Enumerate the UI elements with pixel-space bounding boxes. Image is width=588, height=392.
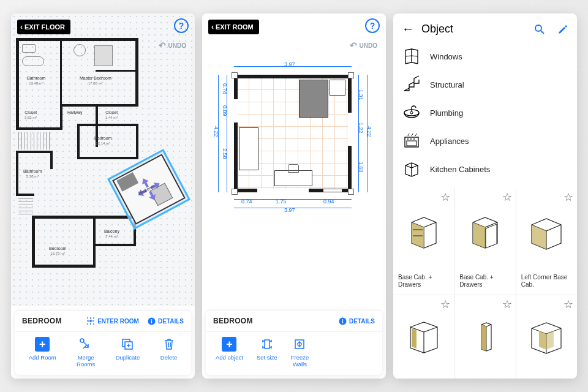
selected-room-name: BEDROOM — [213, 317, 253, 325]
stove-icon — [402, 131, 421, 151]
add-object-button[interactable]: + Add object — [216, 337, 243, 368]
svg-text:i: i — [151, 318, 153, 325]
favorite-icon[interactable]: ☆ — [502, 298, 512, 311]
exit-room-button[interactable]: ‹ EXIT ROOM — [208, 20, 259, 34]
chevron-left-icon: ‹ — [20, 23, 23, 31]
page-title: Object — [421, 23, 522, 36]
duplicate-button[interactable]: Duplicate — [116, 337, 140, 368]
delete-button[interactable]: Delete — [160, 337, 177, 368]
windows-icon — [402, 47, 421, 66]
svg-point-2 — [93, 317, 94, 318]
exit-room-label: EXIT ROOM — [216, 23, 254, 31]
merge-rooms-button[interactable]: Merge Rooms — [77, 337, 95, 368]
svg-text:i: i — [342, 318, 344, 325]
back-arrow-icon[interactable]: ← — [402, 22, 414, 36]
svg-point-14 — [535, 25, 541, 31]
svg-point-0 — [89, 320, 92, 322]
category-structural[interactable]: Structural — [402, 70, 568, 99]
sink-icon — [402, 103, 421, 123]
favorite-icon[interactable]: ☆ — [502, 190, 512, 204]
floor-bottom-panel: BEDROOM ENTER ROOM i DETAILS + — [15, 310, 191, 375]
room-viewport[interactable]: 3.97 0.74 0.89 2.58 4.22 1.31 1.22 1.68 … — [232, 72, 354, 195]
set-size-button[interactable]: Set size — [257, 337, 277, 368]
category-appliances[interactable]: Appliances — [402, 127, 568, 155]
category-cabinets[interactable]: Kitchen Cabinets — [402, 155, 568, 183]
svg-rect-18 — [407, 141, 417, 146]
details-button[interactable]: i DETAILS — [339, 317, 375, 325]
enter-room-button[interactable]: ENTER ROOM — [86, 317, 139, 325]
exit-floor-button[interactable]: ‹ EXIT FLOOR — [17, 20, 70, 34]
duplicate-icon — [120, 337, 135, 352]
object-card[interactable]: ☆ — [516, 295, 577, 379]
merge-icon — [78, 337, 93, 352]
floor-editor-screen: ‹ EXIT FLOOR ? UNDO — [11, 13, 195, 379]
cabinet-icon — [402, 159, 421, 179]
undo-label: UNDO — [168, 42, 186, 49]
object-header: ← Object — [393, 13, 577, 41]
enter-room-icon — [86, 317, 95, 325]
svg-point-16 — [410, 111, 413, 114]
category-windows[interactable]: Windows — [402, 42, 568, 70]
object-card[interactable]: ☆ Left Corner Base Cab. — [516, 188, 577, 295]
stairs-icon — [402, 75, 421, 94]
favorite-icon[interactable]: ☆ — [564, 298, 573, 311]
edit-icon[interactable] — [557, 24, 568, 35]
chevron-left-icon: ‹ — [211, 23, 214, 31]
room-bottom-panel: BEDROOM i DETAILS + Add object Set size — [206, 310, 382, 375]
svg-point-4 — [93, 323, 94, 325]
room-editor-screen: ‹ EXIT ROOM ? UNDO — [202, 13, 386, 379]
info-icon: i — [148, 317, 156, 325]
info-icon: i — [339, 317, 347, 325]
details-button[interactable]: i DETAILS — [148, 317, 184, 325]
favorite-icon[interactable]: ☆ — [564, 190, 573, 204]
undo-label: UNDO — [360, 42, 377, 49]
svg-point-19 — [407, 138, 409, 140]
plus-icon: + — [222, 337, 236, 352]
svg-rect-12 — [265, 340, 270, 349]
object-card[interactable]: ☆ — [454, 295, 515, 379]
help-icon[interactable]: ? — [365, 18, 380, 33]
undo-button[interactable]: UNDO — [159, 40, 186, 50]
room-canvas[interactable]: ‹ EXIT ROOM ? UNDO — [202, 13, 386, 306]
ruler-icon — [260, 337, 274, 352]
object-card[interactable]: ☆ — [393, 295, 454, 379]
trash-icon — [162, 337, 176, 352]
object-card[interactable]: ☆ Base Cab. + Drawers — [393, 188, 454, 295]
favorite-icon[interactable]: ☆ — [440, 190, 450, 204]
search-icon[interactable] — [534, 24, 545, 35]
add-room-button[interactable]: + Add Room — [29, 337, 56, 368]
freeze-icon — [292, 337, 307, 352]
floor-canvas[interactable]: ‹ EXIT FLOOR ? UNDO — [11, 13, 195, 306]
category-plumbing[interactable]: Plumbing — [402, 99, 568, 127]
svg-point-3 — [87, 323, 88, 325]
selected-room-name: BEDROOM — [22, 317, 62, 325]
category-list: Windows Structural Plumbing Appliances K… — [393, 41, 577, 188]
object-grid: ☆ Base Cab. + Drawers ☆ Base Cab. + Draw… — [393, 188, 577, 379]
plus-icon: + — [35, 337, 50, 352]
svg-point-21 — [413, 138, 415, 140]
floorplan-main[interactable]: Bathroom12.48 m² Master Bedroom17.86 m² … — [16, 38, 145, 271]
svg-point-20 — [410, 138, 412, 140]
help-icon[interactable]: ? — [174, 18, 189, 33]
freeze-walls-button[interactable]: Freeze Walls — [291, 337, 309, 368]
object-card[interactable]: ☆ Base Cab. + Drawers — [454, 188, 515, 295]
object-browser-screen: ← Object Windows Structural Plumbing — [393, 13, 577, 379]
favorite-icon[interactable]: ☆ — [440, 298, 450, 311]
exit-floor-label: EXIT FLOOR — [24, 23, 65, 31]
svg-point-1 — [87, 317, 88, 318]
undo-button[interactable]: UNDO — [350, 40, 377, 50]
